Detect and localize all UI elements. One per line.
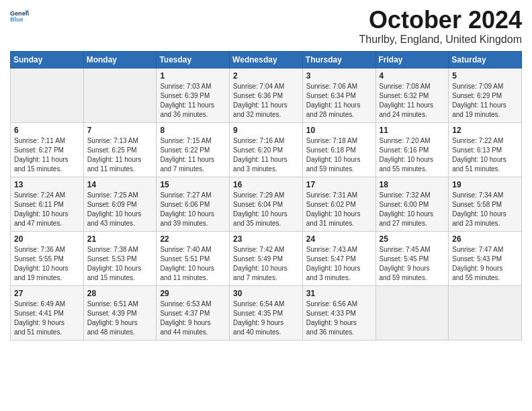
calendar-cell: 21Sunrise: 7:38 AM Sunset: 5:53 PM Dayli…	[83, 231, 157, 285]
calendar-cell: 11Sunrise: 7:20 AM Sunset: 6:16 PM Dayli…	[375, 122, 449, 177]
weekday-header-monday: Monday	[83, 51, 157, 68]
day-info: Sunrise: 7:08 AM Sunset: 6:32 PM Dayligh…	[380, 82, 445, 120]
calendar-cell: 20Sunrise: 7:36 AM Sunset: 5:55 PM Dayli…	[11, 231, 84, 285]
day-info: Sunrise: 7:18 AM Sunset: 6:18 PM Dayligh…	[306, 136, 372, 174]
calendar-cell: 19Sunrise: 7:34 AM Sunset: 5:58 PM Dayli…	[449, 177, 522, 231]
calendar-cell: 22Sunrise: 7:40 AM Sunset: 5:51 PM Dayli…	[157, 231, 230, 285]
day-info: Sunrise: 7:42 AM Sunset: 5:49 PM Dayligh…	[233, 245, 299, 283]
day-info: Sunrise: 7:31 AM Sunset: 6:02 PM Dayligh…	[306, 191, 372, 228]
day-info: Sunrise: 6:54 AM Sunset: 4:35 PM Dayligh…	[233, 300, 299, 337]
calendar-cell: 27Sunrise: 6:49 AM Sunset: 4:41 PM Dayli…	[11, 285, 84, 340]
day-number: 12	[452, 126, 518, 135]
calendar-cell	[375, 285, 449, 340]
calendar-cell: 23Sunrise: 7:42 AM Sunset: 5:49 PM Dayli…	[230, 231, 303, 285]
calendar-cell: 8Sunrise: 7:15 AM Sunset: 6:22 PM Daylig…	[157, 122, 230, 177]
day-number: 13	[14, 180, 80, 189]
day-number: 3	[306, 71, 372, 81]
day-number: 24	[306, 234, 372, 244]
day-number: 2	[233, 71, 299, 81]
day-number: 16	[233, 180, 299, 189]
calendar-cell: 16Sunrise: 7:29 AM Sunset: 6:04 PM Dayli…	[230, 177, 303, 231]
day-info: Sunrise: 7:03 AM Sunset: 6:39 PM Dayligh…	[160, 82, 226, 120]
day-number: 22	[160, 234, 226, 244]
weekday-header-wednesday: Wednesday	[230, 51, 303, 68]
day-number: 26	[452, 234, 518, 244]
calendar-cell	[11, 68, 84, 122]
day-info: Sunrise: 7:04 AM Sunset: 6:36 PM Dayligh…	[233, 82, 299, 120]
day-info: Sunrise: 7:06 AM Sunset: 6:34 PM Dayligh…	[306, 82, 372, 120]
calendar-cell	[449, 285, 522, 340]
calendar-cell: 4Sunrise: 7:08 AM Sunset: 6:32 PM Daylig…	[375, 68, 449, 122]
calendar-header: SundayMondayTuesdayWednesdayThursdayFrid…	[11, 51, 522, 68]
day-number: 9	[233, 126, 299, 135]
day-info: Sunrise: 7:29 AM Sunset: 6:04 PM Dayligh…	[233, 191, 299, 228]
day-info: Sunrise: 7:45 AM Sunset: 5:45 PM Dayligh…	[380, 245, 445, 283]
day-info: Sunrise: 7:38 AM Sunset: 5:53 PM Dayligh…	[87, 245, 153, 283]
calendar-cell: 29Sunrise: 6:53 AM Sunset: 4:37 PM Dayli…	[157, 285, 230, 340]
day-number: 27	[14, 289, 80, 298]
day-number: 6	[14, 126, 80, 135]
day-info: Sunrise: 7:40 AM Sunset: 5:51 PM Dayligh…	[160, 245, 226, 283]
day-number: 11	[380, 126, 445, 135]
day-info: Sunrise: 7:11 AM Sunset: 6:27 PM Dayligh…	[14, 136, 80, 174]
calendar-cell: 15Sunrise: 7:27 AM Sunset: 6:06 PM Dayli…	[157, 177, 230, 231]
day-number: 23	[233, 234, 299, 244]
calendar-cell: 6Sunrise: 7:11 AM Sunset: 6:27 PM Daylig…	[11, 122, 84, 177]
day-number: 19	[452, 180, 518, 189]
day-number: 21	[87, 234, 153, 244]
day-number: 7	[87, 126, 153, 135]
day-info: Sunrise: 7:15 AM Sunset: 6:22 PM Dayligh…	[160, 136, 226, 174]
day-number: 15	[160, 180, 226, 189]
calendar-cell: 5Sunrise: 7:09 AM Sunset: 6:29 PM Daylig…	[449, 68, 522, 122]
calendar-cell: 18Sunrise: 7:32 AM Sunset: 6:00 PM Dayli…	[375, 177, 449, 231]
day-info: Sunrise: 7:47 AM Sunset: 5:43 PM Dayligh…	[452, 245, 518, 283]
calendar-cell: 26Sunrise: 7:47 AM Sunset: 5:43 PM Dayli…	[449, 231, 522, 285]
calendar-cell: 14Sunrise: 7:25 AM Sunset: 6:09 PM Dayli…	[83, 177, 157, 231]
location: Thurlby, England, United Kingdom	[359, 34, 522, 46]
day-number: 18	[380, 180, 445, 189]
day-info: Sunrise: 7:09 AM Sunset: 6:29 PM Dayligh…	[452, 82, 518, 120]
weekday-header-row: SundayMondayTuesdayWednesdayThursdayFrid…	[11, 51, 522, 68]
weekday-header-tuesday: Tuesday	[157, 51, 230, 68]
day-number: 1	[160, 71, 226, 81]
day-number: 29	[160, 289, 226, 298]
day-number: 10	[306, 126, 372, 135]
calendar-cell: 30Sunrise: 6:54 AM Sunset: 4:35 PM Dayli…	[230, 285, 303, 340]
calendar-cell: 12Sunrise: 7:22 AM Sunset: 6:13 PM Dayli…	[449, 122, 522, 177]
calendar-week-2: 13Sunrise: 7:24 AM Sunset: 6:11 PM Dayli…	[11, 177, 522, 231]
weekday-header-thursday: Thursday	[302, 51, 375, 68]
day-info: Sunrise: 7:16 AM Sunset: 6:20 PM Dayligh…	[233, 136, 299, 174]
calendar-body: 1Sunrise: 7:03 AM Sunset: 6:39 PM Daylig…	[11, 68, 522, 340]
day-number: 8	[160, 126, 226, 135]
day-number: 25	[380, 234, 445, 244]
logo-icon: General Blue	[10, 7, 29, 26]
calendar-cell: 13Sunrise: 7:24 AM Sunset: 6:11 PM Dayli…	[11, 177, 84, 231]
day-number: 17	[306, 180, 372, 189]
day-number: 4	[380, 71, 445, 81]
day-info: Sunrise: 7:43 AM Sunset: 5:47 PM Dayligh…	[306, 245, 372, 283]
day-info: Sunrise: 7:13 AM Sunset: 6:25 PM Dayligh…	[87, 136, 153, 174]
calendar-week-1: 6Sunrise: 7:11 AM Sunset: 6:27 PM Daylig…	[11, 122, 522, 177]
logo: General Blue	[10, 7, 29, 26]
day-info: Sunrise: 7:27 AM Sunset: 6:06 PM Dayligh…	[160, 191, 226, 228]
calendar-week-0: 1Sunrise: 7:03 AM Sunset: 6:39 PM Daylig…	[11, 68, 522, 122]
calendar-cell: 28Sunrise: 6:51 AM Sunset: 4:39 PM Dayli…	[83, 285, 157, 340]
day-info: Sunrise: 7:32 AM Sunset: 6:00 PM Dayligh…	[380, 191, 445, 228]
calendar-week-4: 27Sunrise: 6:49 AM Sunset: 4:41 PM Dayli…	[11, 285, 522, 340]
weekday-header-sunday: Sunday	[11, 51, 84, 68]
day-info: Sunrise: 6:56 AM Sunset: 4:33 PM Dayligh…	[306, 300, 372, 337]
day-info: Sunrise: 6:51 AM Sunset: 4:39 PM Dayligh…	[87, 300, 153, 337]
calendar-cell: 10Sunrise: 7:18 AM Sunset: 6:18 PM Dayli…	[302, 122, 375, 177]
day-number: 14	[87, 180, 153, 189]
day-number: 30	[233, 289, 299, 298]
day-number: 28	[87, 289, 153, 298]
calendar-cell: 24Sunrise: 7:43 AM Sunset: 5:47 PM Dayli…	[302, 231, 375, 285]
calendar-cell: 3Sunrise: 7:06 AM Sunset: 6:34 PM Daylig…	[302, 68, 375, 122]
calendar-cell: 17Sunrise: 7:31 AM Sunset: 6:02 PM Dayli…	[302, 177, 375, 231]
weekday-header-saturday: Saturday	[449, 51, 522, 68]
calendar-cell: 2Sunrise: 7:04 AM Sunset: 6:36 PM Daylig…	[230, 68, 303, 122]
day-number: 5	[452, 71, 518, 81]
day-info: Sunrise: 7:36 AM Sunset: 5:55 PM Dayligh…	[14, 245, 80, 283]
calendar-cell: 25Sunrise: 7:45 AM Sunset: 5:45 PM Dayli…	[375, 231, 449, 285]
day-info: Sunrise: 7:22 AM Sunset: 6:13 PM Dayligh…	[452, 136, 518, 174]
